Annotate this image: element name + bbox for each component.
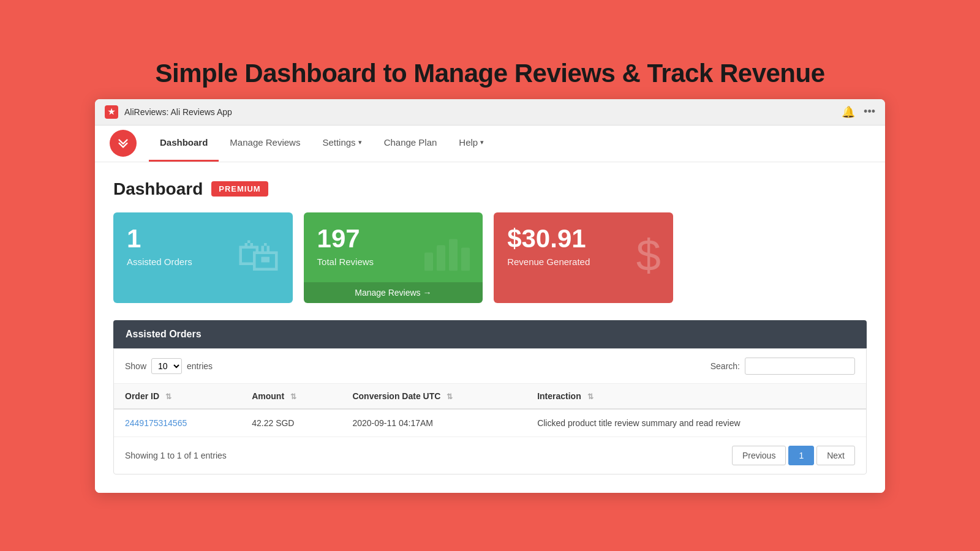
sort-date-icon: ⇅	[447, 392, 453, 401]
nav-bar: Dashboard Manage Reviews Settings ▾ Chan…	[95, 126, 885, 162]
dashboard-header: Dashboard PREMIUM	[113, 179, 867, 199]
svg-rect-1	[437, 245, 445, 271]
col-header-amount[interactable]: Amount ⇅	[241, 384, 341, 409]
sort-amount-icon: ⇅	[290, 392, 296, 401]
table-footer: Showing 1 to 1 of 1 entries Previous 1 N…	[114, 437, 866, 474]
notification-bell-icon[interactable]: 🔔	[842, 105, 855, 119]
section-header: Assisted Orders	[113, 320, 867, 348]
svg-rect-0	[424, 252, 433, 271]
orders-table: Order ID ⇅ Amount ⇅ Conversion Date UTC …	[114, 384, 866, 437]
main-content: Dashboard PREMIUM 1 Assisted Orders 🛍 19…	[95, 162, 885, 493]
assisted-orders-section: Assisted Orders Show 10 25 50 entries	[113, 320, 867, 474]
nav-item-manage-reviews[interactable]: Manage Reviews	[219, 125, 311, 162]
table-controls: Show 10 25 50 entries Search:	[114, 349, 866, 384]
entries-select[interactable]: 10 25 50	[151, 358, 182, 374]
next-button[interactable]: Next	[816, 446, 855, 465]
cell-interaction: Clicked product title review summary and…	[526, 409, 866, 437]
col-header-conversion-date[interactable]: Conversion Date UTC ⇅	[341, 384, 526, 409]
sort-order-id-icon: ⇅	[165, 392, 172, 401]
premium-badge: PREMIUM	[211, 181, 268, 197]
pagination: Previous 1 Next	[732, 446, 855, 465]
cell-conversion-date: 2020-09-11 04:17AM	[341, 409, 526, 437]
show-label: Show	[125, 361, 146, 371]
stat-card-revenue: $30.91 Revenue Generated $	[494, 212, 673, 303]
app-logo[interactable]	[110, 130, 137, 157]
chart-bar-icon	[421, 234, 470, 277]
entries-label: entries	[187, 361, 213, 371]
stats-row: 1 Assisted Orders 🛍 197 Total Reviews Ma…	[113, 212, 867, 303]
browser-title: AliReviews: Ali Reviews App	[124, 107, 232, 117]
table-row: 2449175314565 42.22 SGD 2020-09-11 04:17…	[114, 409, 866, 437]
col-header-order-id[interactable]: Order ID ⇅	[114, 384, 241, 409]
sort-interaction-icon: ⇅	[587, 392, 594, 401]
browser-bar: ★ AliReviews: Ali Reviews App 🔔 •••	[95, 99, 885, 126]
shopping-bag-icon: 🛍	[236, 233, 281, 277]
browser-logo-icon: ★	[105, 105, 118, 119]
cell-amount: 42.22 SGD	[241, 409, 341, 437]
more-options-icon[interactable]: •••	[864, 105, 875, 118]
previous-button[interactable]: Previous	[732, 446, 786, 465]
cell-order-id: 2449175314565	[114, 409, 241, 437]
nav-item-change-plan[interactable]: Change Plan	[373, 125, 448, 162]
page-1-button[interactable]: 1	[788, 446, 814, 465]
dashboard-title: Dashboard	[113, 179, 203, 199]
showing-entries-text: Showing 1 to 1 of 1 entries	[125, 451, 227, 460]
stat-card-total-reviews: 197 Total Reviews Manage Reviews →	[304, 212, 483, 303]
svg-rect-2	[449, 239, 458, 271]
nav-item-settings[interactable]: Settings ▾	[311, 125, 372, 162]
manage-reviews-footer-btn[interactable]: Manage Reviews →	[304, 282, 483, 303]
table-container: Show 10 25 50 entries Search:	[113, 348, 867, 474]
nav-item-help[interactable]: Help ▾	[448, 125, 495, 162]
nav-item-dashboard[interactable]: Dashboard	[149, 125, 219, 162]
svg-rect-3	[461, 247, 470, 271]
search-label: Search:	[710, 361, 740, 371]
page-heading: Simple Dashboard to Manage Reviews & Tra…	[155, 59, 824, 88]
dollar-sign-icon: $	[636, 233, 661, 277]
col-header-interaction[interactable]: Interaction ⇅	[526, 384, 866, 409]
browser-window: ★ AliReviews: Ali Reviews App 🔔 ••• Dash…	[95, 99, 885, 493]
search-input[interactable]	[745, 358, 855, 375]
stat-card-assisted-orders: 1 Assisted Orders 🛍	[113, 212, 293, 303]
order-id-link[interactable]: 2449175314565	[125, 418, 187, 428]
